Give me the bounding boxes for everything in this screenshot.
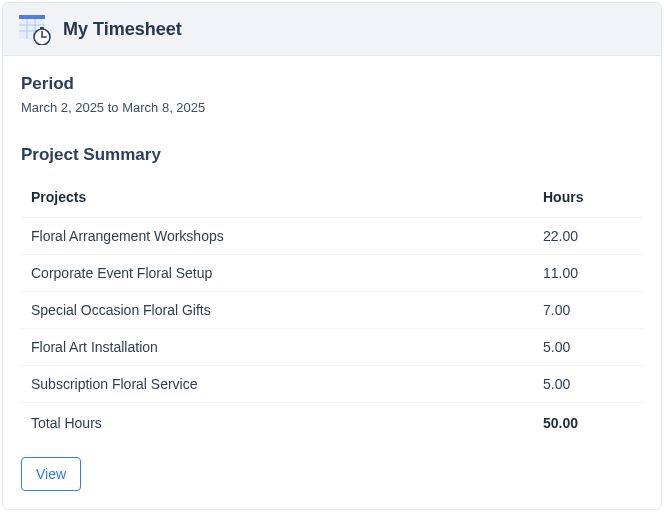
project-summary-table: Projects Hours Floral Arrangement Worksh… [21, 177, 643, 441]
project-name: Corporate Event Floral Setup [21, 255, 533, 292]
project-name: Subscription Floral Service [21, 366, 533, 403]
card-body: Period March 2, 2025 to March 8, 2025 Pr… [3, 56, 661, 509]
table-row: Subscription Floral Service 5.00 [21, 366, 643, 403]
project-hours: 11.00 [533, 255, 643, 292]
page-title: My Timesheet [63, 19, 182, 40]
col-hours: Hours [533, 177, 643, 218]
timesheet-card: My Timesheet Period March 2, 2025 to Mar… [2, 2, 662, 510]
total-hours: 50.00 [533, 403, 643, 442]
timesheet-icon [19, 13, 51, 45]
view-button[interactable]: View [21, 457, 81, 491]
project-hours: 5.00 [533, 329, 643, 366]
total-row: Total Hours 50.00 [21, 403, 643, 442]
project-hours: 22.00 [533, 218, 643, 255]
period-range: March 2, 2025 to March 8, 2025 [21, 100, 643, 115]
svg-rect-9 [40, 27, 44, 29]
svg-rect-0 [19, 15, 45, 19]
project-name: Special Occasion Floral Gifts [21, 292, 533, 329]
period-heading: Period [21, 74, 643, 94]
table-row: Corporate Event Floral Setup 11.00 [21, 255, 643, 292]
project-name: Floral Arrangement Workshops [21, 218, 533, 255]
project-name: Floral Art Installation [21, 329, 533, 366]
card-header: My Timesheet [3, 3, 661, 56]
table-header-row: Projects Hours [21, 177, 643, 218]
table-row: Floral Arrangement Workshops 22.00 [21, 218, 643, 255]
total-label: Total Hours [21, 403, 533, 442]
project-summary-heading: Project Summary [21, 145, 643, 165]
table-row: Floral Art Installation 5.00 [21, 329, 643, 366]
project-hours: 7.00 [533, 292, 643, 329]
project-hours: 5.00 [533, 366, 643, 403]
col-projects: Projects [21, 177, 533, 218]
table-row: Special Occasion Floral Gifts 7.00 [21, 292, 643, 329]
